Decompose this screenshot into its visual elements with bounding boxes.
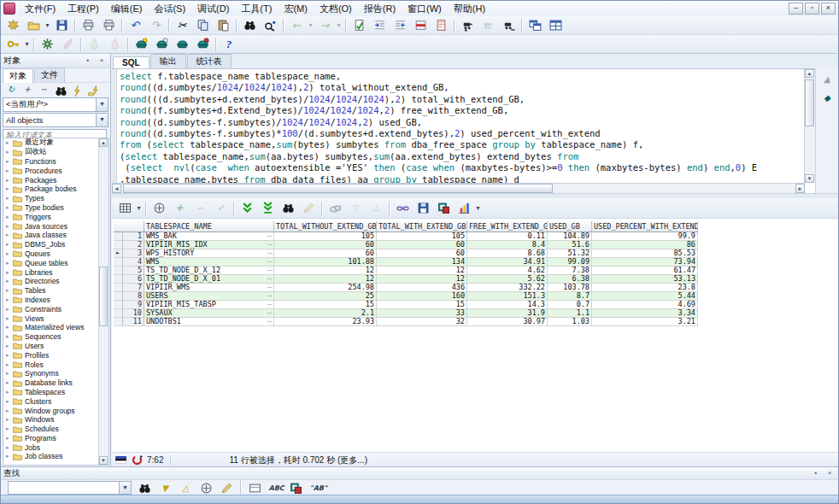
expander-icon[interactable]: ▸ [6, 250, 13, 257]
sidebar-tab-1[interactable]: 文件 [34, 67, 65, 82]
grid-cell[interactable]: 151.3 [467, 292, 548, 301]
grid-cell[interactable]: VIPIIR_MIS_TABSP‒ [144, 301, 274, 309]
chart-dropdown-caret[interactable]: ▾ [474, 204, 482, 212]
find-scope-button[interactable] [197, 480, 215, 496]
table-row[interactable]: 5TS_TD_NODE_D_X_12‒12124.627.3861.47 [114, 267, 698, 275]
expander-icon[interactable]: ▸ [6, 287, 13, 294]
tree-item[interactable]: ▸Triggers [3, 212, 109, 221]
back-dropdown-caret[interactable]: ▾ [307, 21, 314, 29]
grid-cell[interactable]: 12 [377, 275, 467, 284]
table-row[interactable]: 1WMS_BAK‒1051050.11104.8999.9 [114, 232, 698, 241]
edit-data-button[interactable] [298, 199, 319, 218]
grid-cell[interactable]: 12 [274, 267, 377, 275]
grid-cell[interactable]: USERS‒ [144, 292, 274, 301]
expand-button[interactable]: + [20, 83, 35, 97]
column-header[interactable]: USED_GB [548, 221, 592, 232]
expander-icon[interactable]: ▸ [6, 370, 13, 377]
auto-refresh-icon[interactable] [131, 454, 144, 466]
menu-10[interactable]: 帮助(H) [448, 3, 491, 15]
expander-icon[interactable]: ▸ [6, 296, 13, 303]
tree-item[interactable]: ▸Clusters [3, 396, 109, 406]
tree-item[interactable]: ▸Jobs [3, 442, 109, 452]
tree-item[interactable]: ▸Sequences [3, 332, 109, 342]
save-result-button[interactable] [413, 199, 433, 218]
find-input[interactable]: ▼ [8, 481, 132, 495]
record-view-button[interactable] [149, 199, 169, 218]
tree-item[interactable]: ▸Package bodies [3, 185, 109, 194]
expander-icon[interactable]: ▸ [6, 333, 13, 340]
session-commit-button[interactable] [131, 35, 151, 54]
commit-button[interactable] [457, 16, 478, 35]
grid-cell[interactable]: 30.97 [467, 318, 548, 326]
fetch-button[interactable] [498, 16, 519, 35]
expander-icon[interactable]: ▸ [6, 195, 13, 202]
fetch-last-button[interactable] [257, 199, 278, 218]
sort-desc-button[interactable]: ▽ [345, 199, 366, 218]
grid-cell[interactable]: 101.88 [274, 258, 377, 267]
grid-cell[interactable]: 104.89 [548, 232, 592, 241]
tree-item[interactable]: ▸Queue tables [3, 258, 109, 267]
grid-cell[interactable]: VIPIIR_WMS‒ [144, 284, 274, 292]
column-header[interactable]: TABLESPACE_NAME [144, 221, 274, 232]
expander-icon[interactable]: ▸ [6, 324, 13, 331]
tree-item[interactable]: ▸Materialized views [3, 323, 109, 332]
new-button[interactable] [3, 16, 23, 35]
grid-cell[interactable]: VIPIIR_MIS_IDX‒ [144, 241, 274, 249]
row-number[interactable]: 8 [123, 292, 144, 301]
scroll-down-icon[interactable]: ▼ [805, 174, 814, 183]
table-row[interactable]: 7VIPIIR_WMS‒254.98436332.22103.7823.8 [114, 284, 698, 292]
find-object-button[interactable] [52, 83, 67, 97]
row-number[interactable]: 1 [123, 232, 144, 241]
minimize-button[interactable]: – [789, 3, 803, 15]
print-button[interactable] [78, 16, 98, 35]
open-dropdown-caret[interactable]: ▾ [44, 21, 51, 29]
close-icon[interactable]: × [96, 56, 108, 67]
tree-item[interactable]: ▸Programs [3, 434, 109, 443]
pin-icon[interactable]: ▪ [82, 56, 94, 67]
indent-button[interactable] [369, 16, 390, 35]
expander-icon[interactable]: ▸ [6, 177, 13, 184]
table-row[interactable]: 2VIPIIR_MIS_IDX‒60608.451.686 [114, 241, 698, 249]
grid-cell[interactable]: 105 [377, 232, 467, 241]
grid-cell[interactable]: 33 [377, 309, 467, 318]
menu-0[interactable]: 文件(F) [19, 3, 62, 15]
row-number[interactable]: 10 [123, 309, 144, 318]
menu-6[interactable]: 宏(M) [278, 3, 314, 15]
row-number[interactable]: 2 [123, 241, 144, 249]
row-number[interactable]: 9 [123, 301, 144, 309]
grid-cell[interactable]: 8.4 [467, 241, 548, 249]
menu-5[interactable]: 工具(T) [235, 3, 278, 15]
grid-cell[interactable]: 8.68 [467, 249, 548, 258]
grid-cell[interactable]: UNDOTBS1‒ [144, 318, 274, 326]
grid-cell[interactable]: 6.38 [548, 275, 592, 284]
tree-item[interactable]: ▸Tablespaces [3, 388, 109, 397]
scroll-thumb[interactable] [123, 184, 553, 193]
expander-icon[interactable]: ▸ [6, 185, 13, 192]
expander-icon[interactable]: ▸ [6, 167, 13, 174]
match-case-button[interactable]: ABC [266, 480, 285, 496]
tree-item[interactable]: ▸Schedules [3, 425, 109, 434]
grid-cell[interactable]: 12 [274, 275, 377, 284]
scroll-thumb[interactable] [99, 267, 108, 326]
forward-dropdown-caret[interactable]: ▾ [335, 21, 343, 29]
grid-cell[interactable]: 8.7 [548, 292, 592, 301]
expander-icon[interactable]: ▸ [6, 398, 13, 405]
expander-icon[interactable]: ▸ [6, 269, 13, 276]
chevron-down-icon[interactable]: ▼ [96, 114, 108, 126]
forward-button[interactable]: → [314, 16, 335, 35]
run-script-button[interactable] [349, 16, 369, 35]
find-down-button[interactable]: ▼ [155, 480, 174, 496]
scroll-up-icon[interactable]: ▲ [99, 138, 108, 147]
editor-vscrollbar[interactable]: ▲ ▼ [804, 69, 815, 183]
tree-item[interactable]: ▸Roles [3, 360, 109, 369]
redo-button[interactable]: ↷ [145, 16, 166, 35]
tree-item[interactable]: ▸Synonyms [3, 369, 109, 378]
expander-icon[interactable]: ▸ [6, 444, 13, 451]
expander-icon[interactable]: ▸ [6, 139, 13, 146]
editor-tab-1[interactable]: 输出 [150, 54, 186, 68]
chevron-down-icon[interactable]: ▼ [96, 98, 108, 111]
chart-button[interactable] [454, 199, 474, 218]
close-button[interactable]: × [821, 3, 836, 15]
print-setup-button[interactable] [98, 16, 119, 35]
tree-item[interactable]: ▸Packages [3, 175, 109, 185]
